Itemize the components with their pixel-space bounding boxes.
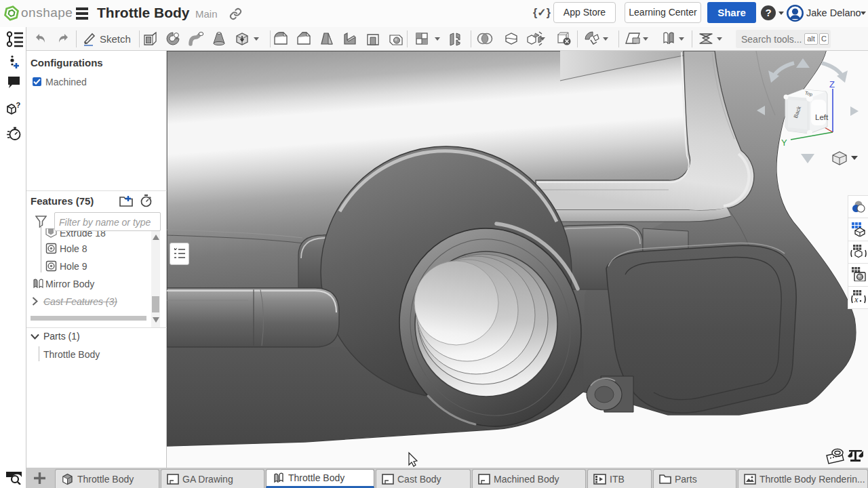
svg-text:Y: Y (781, 138, 787, 148)
svg-text:Z: Z (829, 79, 835, 89)
svg-text:Left: Left (815, 113, 829, 121)
svg-text:x: x (854, 295, 859, 304)
svg-text:?: ? (16, 101, 21, 109)
